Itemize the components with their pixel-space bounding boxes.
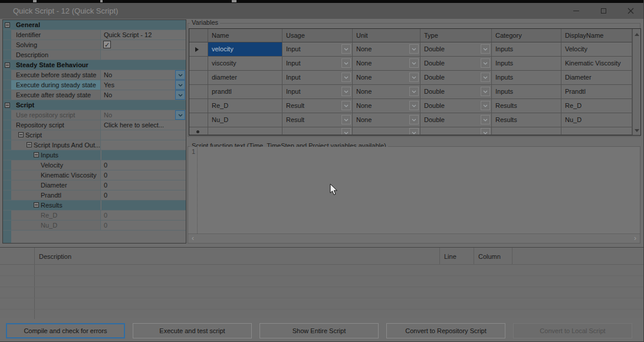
property-label[interactable]: Diameter xyxy=(11,180,101,190)
property-row[interactable]: Inputs xyxy=(3,150,186,160)
property-value[interactable] xyxy=(101,150,186,160)
row-header-cell[interactable] xyxy=(189,99,208,113)
collapse-icon[interactable] xyxy=(34,152,39,157)
property-label[interactable]: Execute during steady state xyxy=(11,80,101,90)
property-label[interactable]: Results xyxy=(11,200,101,210)
variables-row[interactable]: viscosityInputNoneDoubleInputsKinematic … xyxy=(189,57,632,71)
property-row[interactable]: Script xyxy=(3,100,186,110)
column-header[interactable]: Category xyxy=(492,29,561,42)
grid-cell[interactable]: Inputs xyxy=(492,71,561,85)
property-row[interactable]: Nu_D0 xyxy=(3,221,186,231)
grid-cell[interactable] xyxy=(420,127,492,135)
grid-cell[interactable]: Double xyxy=(420,57,492,71)
collapse-icon[interactable] xyxy=(27,142,32,147)
grid-cell[interactable]: Kinematic Viscosity xyxy=(561,57,632,71)
execute-and-test-script-button[interactable]: Execute and test script xyxy=(133,323,252,338)
property-label[interactable]: Prandtl xyxy=(11,190,101,200)
grid-cell[interactable]: None xyxy=(353,71,420,85)
variables-row[interactable]: diameterInputNoneDoubleInputsDiameter xyxy=(189,71,632,85)
row-header-cell[interactable] xyxy=(189,57,208,71)
script-code-editor[interactable]: 1 xyxy=(188,147,640,234)
property-label[interactable]: Identifier xyxy=(11,30,101,40)
property-row[interactable]: Results xyxy=(3,200,186,211)
combo-dropdown-button[interactable] xyxy=(481,101,490,110)
combo-dropdown-button[interactable] xyxy=(409,58,419,68)
grid-cell[interactable]: Re_D xyxy=(208,99,282,113)
property-label[interactable]: Use repository script xyxy=(11,110,101,120)
combo-dropdown-button[interactable] xyxy=(341,44,351,54)
grid-cell[interactable]: None xyxy=(353,85,420,99)
row-header-cell[interactable] xyxy=(189,113,208,127)
property-row[interactable]: Kinematic Viscosity0 xyxy=(3,170,186,180)
grid-cell[interactable] xyxy=(282,127,353,135)
property-value[interactable]: No xyxy=(101,70,186,80)
property-value[interactable] xyxy=(101,200,186,210)
combo-dropdown-button[interactable] xyxy=(481,58,490,68)
collapse-icon[interactable] xyxy=(5,22,10,28)
combo-dropdown-button[interactable] xyxy=(341,128,351,135)
property-row[interactable]: Description xyxy=(3,50,186,60)
property-value[interactable] xyxy=(101,140,186,150)
combo-dropdown-button[interactable] xyxy=(341,101,351,110)
convert-to-local-script-button[interactable]: Convert to Local Script xyxy=(513,323,632,338)
column-header[interactable]: Type xyxy=(420,29,492,42)
property-label[interactable]: Execute after steady state xyxy=(11,90,101,100)
property-row[interactable]: Execute after steady stateNo xyxy=(3,90,186,100)
grid-cell[interactable]: viscosity xyxy=(208,57,282,71)
combo-dropdown-button[interactable] xyxy=(481,44,490,54)
show-entire-script-button[interactable]: Show Entire Script xyxy=(259,323,379,338)
grid-cell[interactable]: Input xyxy=(282,71,353,85)
grid-cell[interactable]: Double xyxy=(420,85,492,99)
compile-and-check-for-errors-button[interactable]: Compile and check for errors xyxy=(6,323,125,338)
property-label[interactable]: Nu_D xyxy=(11,221,101,230)
combo-dropdown-button[interactable] xyxy=(409,101,419,110)
property-label[interactable]: Script Inputs And Out... xyxy=(11,140,101,150)
property-row[interactable]: IdentifierQuick Script - 12 xyxy=(3,30,186,40)
property-label[interactable]: Inputs xyxy=(11,150,101,160)
variables-row[interactable]: prandtlInputNoneDoubleInputsPrandtl xyxy=(189,85,632,99)
dropdown-button[interactable] xyxy=(175,110,185,120)
grid-cell[interactable]: Velocity xyxy=(561,42,632,57)
property-row[interactable]: Script Inputs And Out... xyxy=(3,140,186,150)
property-row[interactable]: Repository scriptClick here to select... xyxy=(3,120,186,130)
property-label[interactable]: Velocity xyxy=(11,160,101,170)
property-row[interactable]: Use repository scriptNo xyxy=(3,110,186,120)
property-label[interactable]: Execute before steady state xyxy=(11,70,101,80)
grid-cell[interactable]: velocity xyxy=(208,42,282,57)
maximize-button[interactable] xyxy=(590,3,617,19)
minimize-button[interactable] xyxy=(563,3,590,19)
property-row[interactable]: Script xyxy=(3,130,186,140)
property-value[interactable]: Yes xyxy=(101,80,186,90)
dropdown-button[interactable] xyxy=(175,90,185,100)
grid-cell[interactable]: None xyxy=(353,99,420,113)
combo-dropdown-button[interactable] xyxy=(409,44,419,54)
combo-dropdown-button[interactable] xyxy=(341,73,351,82)
collapse-icon[interactable] xyxy=(5,63,10,68)
property-label[interactable]: Kinematic Viscosity xyxy=(11,170,101,180)
property-label[interactable]: Script xyxy=(11,130,101,140)
dropdown-button[interactable] xyxy=(175,80,185,90)
grid-cell[interactable]: None xyxy=(353,113,420,127)
property-label[interactable]: Solving xyxy=(11,40,101,50)
grid-cell[interactable]: Double xyxy=(420,42,492,57)
combo-dropdown-button[interactable] xyxy=(481,87,490,96)
grid-cell[interactable]: Result xyxy=(282,113,353,127)
grid-cell[interactable]: Prandtl xyxy=(561,85,632,99)
property-row[interactable]: Solving✓ xyxy=(3,40,186,50)
property-value[interactable]: No xyxy=(101,110,186,120)
collapse-icon[interactable] xyxy=(18,132,24,137)
grid-cell[interactable]: Input xyxy=(282,42,353,57)
variables-vertical-scrollbar[interactable] xyxy=(632,29,640,135)
grid-cell[interactable] xyxy=(208,127,282,135)
grid-cell[interactable]: Re_D xyxy=(561,99,632,113)
property-label[interactable]: Re_D xyxy=(11,211,101,220)
collapse-icon[interactable] xyxy=(5,103,10,108)
combo-dropdown-button[interactable] xyxy=(409,87,419,96)
property-row[interactable]: Re_D0 xyxy=(3,211,186,221)
property-value[interactable]: 0 xyxy=(101,221,186,230)
combo-dropdown-button[interactable] xyxy=(409,73,419,82)
row-header-cell[interactable] xyxy=(189,85,208,99)
row-header-cell[interactable] xyxy=(189,127,208,135)
row-header-cell[interactable] xyxy=(189,42,208,57)
variables-row[interactable]: velocityInputNoneDoubleInputsVelocity xyxy=(189,42,632,57)
